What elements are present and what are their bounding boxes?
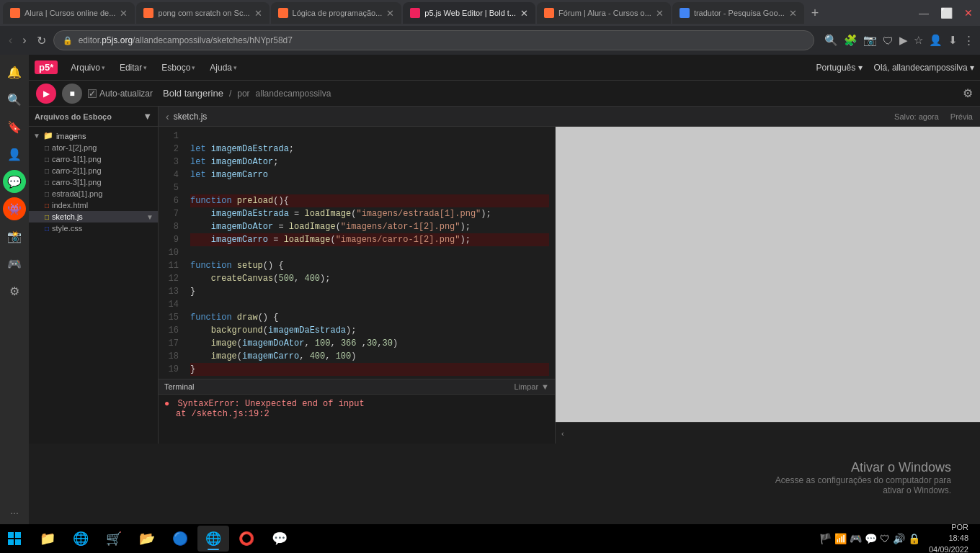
app-logo[interactable]: p5* bbox=[35, 60, 58, 74]
tab-tradutor[interactable]: tradutor - Pesquisa Goo... ✕ bbox=[672, 2, 804, 24]
file-name-carro1: carro-1[1].png bbox=[52, 155, 101, 163]
taskbar-folder[interactable]: 📂 bbox=[131, 526, 163, 552]
play-button[interactable]: ▶ bbox=[36, 84, 56, 104]
taskbar-edge[interactable]: 🌐 bbox=[65, 526, 97, 552]
tray-flag-icon[interactable]: 🏴 bbox=[819, 533, 832, 544]
file-estrada[interactable]: □ estrada[1].png bbox=[29, 188, 158, 199]
minimize-button[interactable]: — bbox=[914, 6, 933, 20]
code-content[interactable]: let imagemDaEstrada;let imagemDoAtor;let… bbox=[184, 127, 555, 379]
menu-arquivo[interactable]: Arquivo ▾ bbox=[63, 55, 112, 81]
tray-security-icon[interactable]: 🔒 bbox=[908, 533, 920, 544]
settings-button[interactable]: ⚙ bbox=[963, 86, 973, 100]
start-button[interactable] bbox=[0, 531, 29, 546]
tray-chat-icon[interactable]: 💬 bbox=[865, 533, 877, 544]
back-button[interactable]: ‹ bbox=[6, 32, 15, 48]
auto-update-toggle[interactable]: ✓ Auto-atualizar bbox=[88, 89, 153, 99]
editor-preview-container: ‹ sketch.js Salvo: agora Prévia 12345 67… bbox=[159, 107, 980, 444]
tab-alura[interactable]: Alura | Cursos online de... ✕ bbox=[3, 2, 135, 24]
forward-button[interactable]: › bbox=[19, 32, 29, 48]
taskbar-discord[interactable]: 💬 bbox=[264, 526, 295, 552]
tab-close-forum[interactable]: ✕ bbox=[656, 8, 664, 19]
taskbar-opera[interactable]: ⭕ bbox=[231, 526, 262, 552]
file-ator[interactable]: □ ator-1[2].png bbox=[29, 142, 158, 153]
menu-icon[interactable]: ⋮ bbox=[963, 34, 974, 47]
search-icon[interactable]: 🔍 bbox=[824, 34, 838, 47]
maximize-button[interactable]: ⬜ bbox=[936, 6, 957, 20]
menu-esboco[interactable]: Esboço ▾ bbox=[154, 55, 202, 81]
file-stylecss[interactable]: □ style.css bbox=[29, 222, 158, 234]
terminal-clear-button[interactable]: Limpar ▼ bbox=[514, 382, 549, 391]
tab-close-logica[interactable]: ✕ bbox=[386, 8, 394, 19]
code-line-15: function draw() { bbox=[190, 311, 549, 324]
tab-close-pong[interactable]: ✕ bbox=[254, 8, 262, 19]
tab-p5js[interactable]: p5.js Web Editor | Bold t... ✕ bbox=[403, 2, 535, 24]
terminal-content: ● SyntaxError: Unexpected end of input a… bbox=[159, 395, 555, 423]
file-carro3[interactable]: □ carro-3[1].png bbox=[29, 176, 158, 188]
tab-close-p5js[interactable]: ✕ bbox=[520, 8, 528, 19]
close-button[interactable]: ✕ bbox=[960, 6, 977, 20]
file-panel-expand[interactable]: ▼ bbox=[143, 111, 152, 122]
shield-icon[interactable]: 🛡 bbox=[883, 35, 894, 47]
tab-logica[interactable]: Lógica de programação... ✕ bbox=[271, 2, 402, 24]
side-icon-instagram[interactable]: 📸 bbox=[3, 225, 26, 248]
file-icon-png5: □ bbox=[45, 190, 49, 198]
svg-rect-1 bbox=[15, 532, 21, 538]
reload-button[interactable]: ↻ bbox=[34, 32, 49, 49]
menu-editar[interactable]: Editar ▾ bbox=[112, 55, 154, 81]
tab-close-tradutor[interactable]: ✕ bbox=[789, 8, 797, 19]
side-icon-settings[interactable]: ⚙ bbox=[3, 279, 26, 302]
code-line-4: let imagemCarro bbox=[190, 168, 549, 181]
media-icon[interactable]: ▶ bbox=[899, 34, 908, 47]
tab-close-alura[interactable]: ✕ bbox=[120, 8, 128, 19]
preview-scroll-left[interactable]: ‹ bbox=[561, 429, 564, 438]
editor-back-arrow[interactable]: ‹ bbox=[166, 111, 169, 122]
tab-pong[interactable]: pong com scratch on Sc... ✕ bbox=[136, 2, 269, 24]
clock-lang: POR bbox=[929, 522, 968, 533]
extension-icon[interactable]: 🧩 bbox=[844, 34, 858, 47]
file-carro1[interactable]: □ carro-1[1].png bbox=[29, 153, 158, 165]
tray-volume-icon[interactable]: 🔊 bbox=[893, 533, 905, 544]
tray-wifi-icon[interactable]: 📶 bbox=[834, 533, 847, 544]
side-icon-more[interactable]: ··· bbox=[10, 507, 19, 518]
code-line-2: let imagemDaEstrada; bbox=[190, 143, 549, 156]
app-container: p5* Arquivo ▾ Editar ▾ Esboço ▾ Ajuda ▾ … bbox=[29, 55, 980, 444]
side-icon-bookmark[interactable]: 🔖 bbox=[3, 115, 26, 138]
tab-forum[interactable]: Fórum | Alura - Cursos o... ✕ bbox=[537, 2, 671, 24]
file-name-ator: ator-1[2].png bbox=[52, 143, 97, 152]
user-greeting[interactable]: Olá, allandecampossilva ▾ bbox=[874, 63, 974, 73]
code-line-14 bbox=[190, 298, 549, 311]
bookmark-star-icon[interactable]: ☆ bbox=[914, 34, 923, 47]
profile-icon[interactable]: 👤 bbox=[929, 34, 943, 47]
file-index[interactable]: □ index.html bbox=[29, 199, 158, 211]
tab-title-tradutor: tradutor - Pesquisa Goo... bbox=[694, 9, 785, 17]
url-bar[interactable]: 🔒 editor.p5js.org/allandecampossilva/ske… bbox=[53, 30, 814, 50]
taskbar-store[interactable]: 🛒 bbox=[98, 526, 130, 552]
side-icon-search[interactable]: 🔍 bbox=[3, 88, 26, 111]
side-icon-whatsapp[interactable]: 💬 bbox=[3, 170, 26, 193]
tab-title-logica: Lógica de programação... bbox=[293, 9, 383, 17]
code-editor[interactable]: 12345 678910 1112131415 16171819 let ima… bbox=[159, 127, 555, 379]
auto-update-checkbox[interactable]: ✓ bbox=[88, 89, 97, 98]
stop-button[interactable]: ■ bbox=[62, 84, 82, 104]
menu-ajuda[interactable]: Ajuda ▾ bbox=[202, 55, 244, 81]
taskbar-file-explorer[interactable]: 📁 bbox=[32, 526, 63, 552]
sketch-owner[interactable]: allandecampossilva bbox=[256, 89, 331, 99]
taskbar-ie[interactable]: 🔵 bbox=[164, 526, 196, 552]
side-icon-reddit[interactable]: 👾 bbox=[3, 197, 26, 220]
side-icon-discord[interactable]: 🎮 bbox=[3, 252, 26, 275]
download-icon[interactable]: ⬇ bbox=[948, 34, 958, 47]
screenshot-icon[interactable]: 📷 bbox=[863, 34, 877, 47]
taskbar-chrome[interactable]: 🌐 bbox=[197, 526, 229, 552]
side-icon-notifications[interactable]: 🔔 bbox=[3, 60, 26, 84]
side-icon-user[interactable]: 👤 bbox=[3, 143, 26, 166]
language-selector[interactable]: Português ▾ bbox=[816, 63, 863, 73]
sketch-name[interactable]: Bold tangerine bbox=[163, 88, 223, 99]
file-carro2[interactable]: □ carro-2[1].png bbox=[29, 165, 158, 176]
folder-imagens[interactable]: ▼ 📁 imagens bbox=[29, 130, 158, 142]
tray-antivirus-icon[interactable]: 🛡 bbox=[880, 533, 890, 544]
code-preview-split: 12345 678910 1112131415 16171819 let ima… bbox=[159, 127, 980, 444]
file-sketchjs[interactable]: □ sketch.js ▼ bbox=[29, 211, 158, 222]
tray-steam-icon[interactable]: 🎮 bbox=[850, 533, 862, 544]
taskbar-clock[interactable]: POR 18:48 04/09/2022 bbox=[923, 522, 974, 553]
new-tab-button[interactable]: + bbox=[806, 6, 825, 21]
